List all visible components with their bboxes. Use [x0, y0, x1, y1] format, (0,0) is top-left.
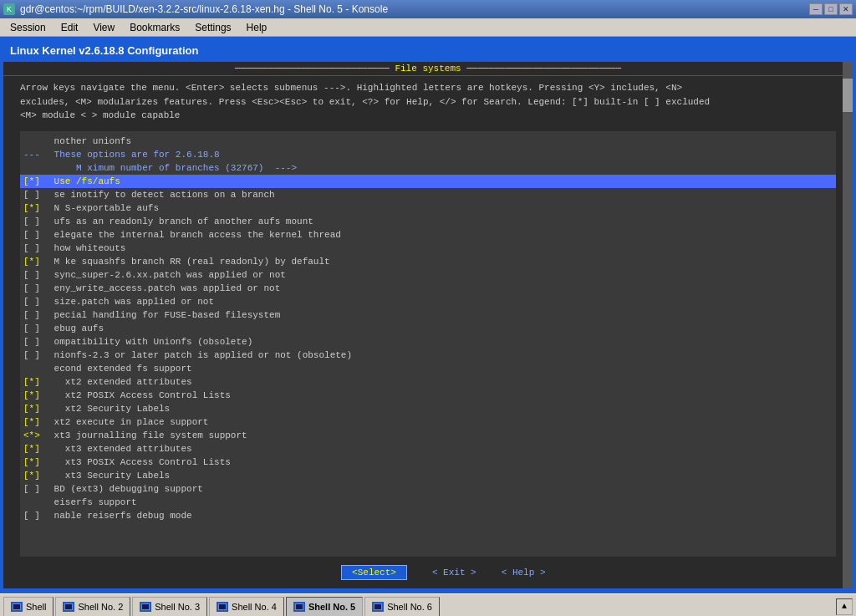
task-label: Shell No. 4 — [232, 602, 277, 612]
shell-icon — [217, 602, 228, 612]
menu-row[interactable]: M ximum number of branches (32767) ---> — [20, 161, 836, 175]
menu-row[interactable]: nother unionfs — [20, 135, 836, 148]
maximize-button[interactable]: □ — [824, 3, 838, 15]
title-bar: K gdr@centos:~/rpm/BUILD/xen-3.2.2-src/l… — [0, 0, 856, 18]
instruction-line3: <M> module < > module capable — [20, 109, 836, 123]
menu-row[interactable]: [ ] pecial handling for FUSE-based files… — [20, 308, 836, 322]
terminal-box[interactable]: ──────────────────────────── File system… — [3, 62, 853, 588]
shell-icon — [140, 602, 151, 612]
taskbar-item-shell[interactable]: Shell — [3, 597, 54, 617]
menu-row[interactable]: [ ] how whiteouts — [20, 242, 836, 255]
task-label: Shell — [26, 602, 46, 612]
taskbar: ShellShell No. 2Shell No. 3Shell No. 4Sh… — [0, 593, 856, 616]
menu-row[interactable]: [*] xt2 POSIX Access Control Lists — [20, 389, 836, 402]
title-bar-left: K gdr@centos:~/rpm/BUILD/xen-3.2.2-src/l… — [3, 3, 388, 15]
exit-label[interactable]: < Exit > — [432, 568, 476, 578]
shell-icon — [293, 602, 305, 612]
shell-icon — [11, 602, 23, 612]
menu-bar: Session Edit View Bookmarks Settings Hel… — [0, 18, 856, 37]
menu-row[interactable]: [*] xt2 execute in place support — [20, 415, 836, 429]
menu-row[interactable]: [ ] ebug aufs — [20, 322, 836, 335]
filesystem-title: ──────────────────────────── File system… — [3, 62, 853, 76]
menu-row[interactable]: [ ] size.patch was applied or not — [20, 295, 836, 308]
taskbar-item-shell-no.-4[interactable]: Shell No. 4 — [209, 597, 284, 617]
task-label: Shell No. 5 — [308, 602, 355, 612]
task-label: Shell No. 3 — [155, 602, 200, 612]
title-bar-buttons: ─ □ ✕ — [809, 3, 853, 15]
menu-session[interactable]: Session — [3, 19, 53, 36]
menu-row[interactable]: eiserfs support — [20, 496, 836, 509]
menu-row[interactable]: econd extended fs support — [20, 362, 836, 375]
menu-row[interactable]: [*] xt2 Security Labels — [20, 402, 836, 415]
task-label: Shell No. 2 — [78, 602, 123, 612]
kernel-header: Linux Kernel v2.6.18.8 Configuration — [3, 40, 853, 60]
menu-row[interactable]: [ ] ufs as an readonly branch of another… — [20, 215, 836, 228]
help-label[interactable]: < Help > — [502, 568, 546, 578]
menu-row[interactable]: [*] xt3 Security Labels — [20, 469, 836, 482]
menu-row[interactable]: [ ] ompatibility with Unionfs (obsolete) — [20, 335, 836, 349]
task-label: Shell No. 6 — [387, 602, 432, 612]
config-menu-list[interactable]: nother unionfs--- These options are for … — [20, 131, 836, 557]
menu-help[interactable]: Help — [240, 19, 274, 36]
scrollbar-thumb[interactable] — [843, 79, 853, 112]
taskbar-end-icon: ▲ — [836, 598, 853, 615]
menu-row[interactable]: [ ] sync_super-2.6.xx.patch was applied … — [20, 268, 836, 282]
kernel-title: Linux Kernel v2.6.18.8 Configuration — [10, 44, 198, 57]
menu-settings[interactable]: Settings — [188, 19, 237, 36]
instruction-line1: Arrow keys navigate the menu. <Enter> se… — [20, 81, 836, 95]
taskbar-item-shell-no.-2[interactable]: Shell No. 2 — [55, 597, 130, 617]
menu-row[interactable]: [*] xt3 POSIX Access Control Lists — [20, 456, 836, 469]
taskbar-item-shell-no.-3[interactable]: Shell No. 3 — [132, 597, 207, 617]
menu-row[interactable]: [ ] se inotify to detect actions on a br… — [20, 188, 836, 201]
taskbar-item-shell-no.-5[interactable]: Shell No. 5 — [286, 597, 363, 617]
instructions-area: Arrow keys navigate the menu. <Enter> se… — [3, 76, 853, 128]
menu-row[interactable]: <*> xt3 journalling file system support — [20, 429, 836, 442]
menu-row[interactable]: [*] xt3 extended attributes — [20, 442, 836, 456]
menu-row[interactable]: [*] xt2 extended attributes — [20, 375, 836, 389]
taskbar-item-shell-no.-6[interactable]: Shell No. 6 — [364, 597, 440, 617]
menu-row[interactable]: --- These options are for 2.6.18.8 — [20, 148, 836, 161]
menu-edit[interactable]: Edit — [54, 19, 85, 36]
menu-row[interactable]: [ ] eny_write_access.patch was applied o… — [20, 282, 836, 295]
main-area: Linux Kernel v2.6.18.8 Configuration ───… — [0, 37, 856, 593]
scrollbar[interactable] — [843, 62, 853, 588]
shell-icon — [63, 602, 74, 612]
menu-row[interactable]: [ ] nionfs-2.3 or later patch is applied… — [20, 349, 836, 362]
close-button[interactable]: ✕ — [839, 3, 853, 15]
menu-row[interactable]: [ ] elegate the internal branch access t… — [20, 228, 836, 242]
instruction-line2: excludes, <M> modularizes features. Pres… — [20, 95, 836, 109]
shell-icon — [372, 602, 384, 612]
select-button-left-arrow — [310, 568, 316, 578]
menu-row[interactable]: [*] M ke squashfs branch RR (real readon… — [20, 255, 836, 268]
menu-row[interactable]: [ ] BD (ext3) debugging support — [20, 482, 836, 496]
bottom-bar: <Select> < Exit > < Help > — [20, 560, 836, 585]
select-button[interactable]: <Select> — [341, 565, 407, 580]
minimize-button[interactable]: ─ — [809, 3, 823, 15]
menu-row[interactable]: [*] Use /fs/aufs — [20, 175, 836, 188]
window-title: gdr@centos:~/rpm/BUILD/xen-3.2.2-src/lin… — [20, 3, 388, 15]
menu-bookmarks[interactable]: Bookmarks — [123, 19, 186, 36]
menu-row[interactable]: [*] N S-exportable aufs — [20, 201, 836, 215]
app-icon: K — [3, 3, 15, 15]
menu-view[interactable]: View — [86, 19, 121, 36]
menu-row[interactable]: [ ] nable reiserfs debug mode — [20, 509, 836, 522]
